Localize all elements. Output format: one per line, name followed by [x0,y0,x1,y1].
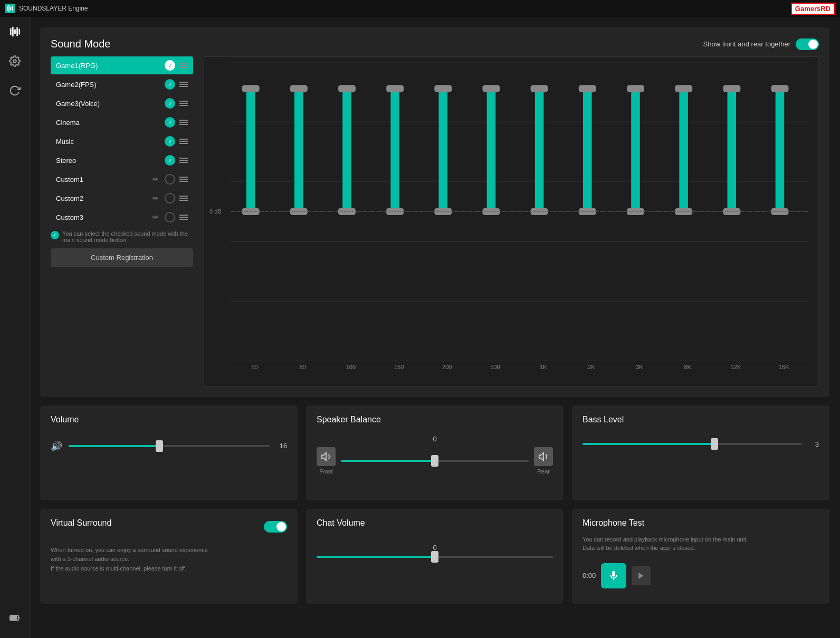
mode-footer: ✓ You can select the checked sound mode … [51,230,193,267]
mode-name-game2: Game2(FPS) [56,81,160,89]
mode-menu-cinema[interactable] [179,118,188,127]
front-rear-toggle[interactable] [796,38,819,50]
mode-check-custom2 [165,193,175,204]
mode-item-custom2[interactable]: Custom2 ✏ [51,189,193,207]
mode-item-stereo[interactable]: Stereo ✓ [51,151,193,169]
balance-value: 0 [433,435,436,443]
vs-header: Virtual Surround [51,518,287,535]
mode-menu-stereo[interactable] [179,156,188,165]
mode-item-cinema[interactable]: Cinema ✓ [51,113,193,131]
mode-item-custom1[interactable]: Custom1 ✏ [51,170,193,188]
svg-rect-7 [16,27,18,36]
bass-level-title: Bass Level [583,415,819,424]
virtual-surround-panel: Virtual Surround When turned on, you can… [40,509,298,604]
svg-rect-33 [531,85,548,92]
hint-text: You can select the checked sound mode wi… [62,230,193,243]
toggle-text: Show front and rear together [703,40,791,48]
app-body: Sound Mode Show front and rear together … [0,17,840,638]
svg-rect-4 [9,28,11,35]
mode-item-game1[interactable]: Game1(RPG) ✓ [51,56,193,74]
chat-volume-slider[interactable] [317,556,553,558]
volume-value: 16 [276,442,287,450]
bass-row: 3 [583,440,819,448]
volume-thumb[interactable] [156,440,163,452]
eq-inner: 0 dB [231,62,808,361]
mode-item-music[interactable]: Music ✓ [51,132,193,150]
sidebar-item-equalizer[interactable] [5,22,24,41]
svg-rect-26 [390,89,399,211]
svg-rect-40 [728,89,737,211]
titlebar-left: SOUNDSLAYER Engine [5,4,88,13]
svg-rect-28 [439,89,448,211]
toggle-label: Show front and rear together [703,38,819,50]
mode-name-music: Music [56,138,160,146]
mode-item-game3[interactable]: Game3(Voice) ✓ [51,94,193,112]
svg-marker-56 [639,573,644,579]
sidebar-item-settings[interactable] [5,52,24,71]
mode-item-game2[interactable]: Game2(FPS) ✓ [51,75,193,93]
mode-check-custom3 [165,212,175,223]
svg-rect-12 [11,616,16,620]
chat-slider-row [317,556,553,558]
mode-menu-game1[interactable] [179,61,188,70]
mode-menu-music[interactable] [179,137,188,146]
speaker-balance-body: 0 Front [317,435,553,475]
bass-thumb[interactable] [711,438,718,450]
mode-menu-game2[interactable] [179,80,188,89]
rear-speaker-icon [534,447,553,466]
sound-mode-header: Sound Mode Show front and rear together [51,38,819,50]
eq-zero-line [231,211,808,212]
balance-thumb[interactable] [431,455,438,467]
chat-thumb[interactable] [431,551,438,563]
mode-menu-custom3[interactable] [179,212,188,222]
edit-icon-custom1[interactable]: ✏ [151,175,160,183]
balance-fill [341,460,435,462]
vs-title: Virtual Surround [51,518,111,528]
mode-menu-custom2[interactable] [179,194,188,203]
microphone-test-panel: Microphone Test You can record and playb… [572,509,829,604]
custom-registration-button[interactable]: Custom Registration [51,248,193,267]
mode-check-cinema: ✓ [165,117,175,128]
app-logo [5,4,15,13]
chat-fill [317,556,435,558]
edit-icon-custom3[interactable]: ✏ [151,213,160,221]
sidebar-item-refresh[interactable] [5,81,24,100]
mode-menu-game3[interactable] [179,99,188,108]
svg-rect-6 [14,29,16,34]
mic-play-button[interactable] [632,566,651,585]
svg-rect-36 [631,89,640,211]
hint-check-icon: ✓ [51,231,59,239]
rear-speaker: Rear [534,447,553,475]
mode-list: Game1(RPG) ✓ Game2(FPS) ✓ Game3(Voice) ✓ [51,56,193,386]
eq-zero-label: 0 dB [209,208,222,215]
svg-rect-0 [7,6,8,11]
svg-rect-35 [579,85,596,92]
mode-name-custom2: Custom2 [56,195,147,202]
virtual-surround-toggle[interactable] [264,521,287,533]
volume-title: Volume [51,415,287,424]
svg-rect-5 [12,27,13,36]
svg-rect-27 [386,85,404,92]
balance-slider[interactable] [341,460,529,462]
chat-volume-panel: Chat Volume 0 [306,509,564,604]
svg-rect-31 [482,85,500,92]
edit-icon-custom2[interactable]: ✏ [151,194,160,202]
eq-freq-2k: 2K [567,364,615,370]
chat-volume-value: 0 [433,544,436,552]
mode-check-game2: ✓ [165,79,175,90]
svg-rect-1 [8,5,9,12]
volume-slider[interactable] [69,445,270,447]
eq-freq-50: 50 [231,364,279,370]
mode-check-stereo: ✓ [165,155,175,166]
mic-record-button[interactable] [601,563,626,588]
eq-freq-labels: 50 80 100 150 200 500 1K 2K 3K 8K 12K 16… [231,364,808,370]
eq-freq-12k: 12K [712,364,760,370]
svg-rect-30 [487,89,496,211]
mode-check-game3: ✓ [165,98,175,109]
app-title: SOUNDSLAYER Engine [19,5,88,12]
mic-test-description: You can record and playback microphone i… [583,535,819,553]
mode-menu-custom1[interactable] [179,175,188,184]
eq-freq-150: 150 [375,364,423,370]
bass-slider[interactable] [583,443,802,445]
mode-item-custom3[interactable]: Custom3 ✏ [51,208,193,226]
